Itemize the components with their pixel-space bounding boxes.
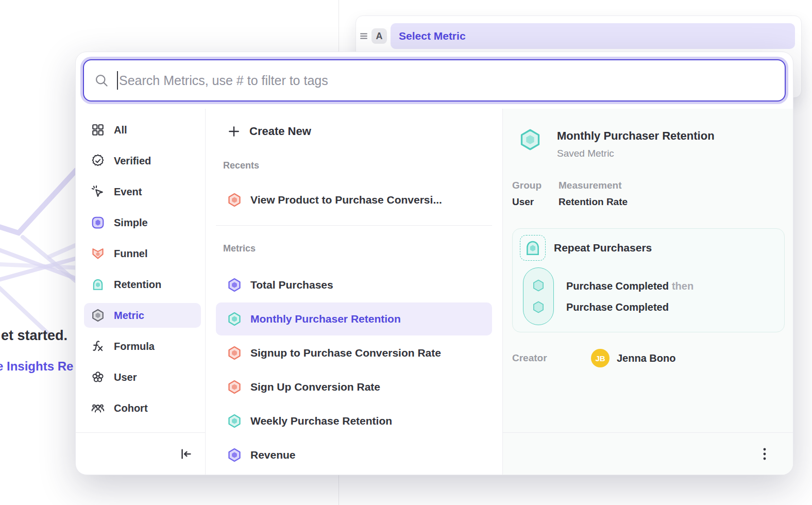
simple-metric-icon (227, 278, 242, 292)
event-hexagon-icon (532, 300, 545, 314)
cursor-sparkle-icon (91, 185, 105, 198)
collapse-left-icon[interactable] (178, 447, 193, 461)
recent-metric-row[interactable]: View Product to Purchase Conversi... (216, 183, 492, 216)
step-2-event: Purchase Completed (566, 301, 669, 313)
sidebar-item-cohort[interactable]: Cohort (84, 396, 201, 420)
sidebar-item-label: Verified (114, 155, 151, 167)
recents-header: Recents (223, 160, 492, 171)
verified-badge-icon (91, 154, 105, 167)
sidebar-footer (76, 432, 205, 475)
sidebar-item-label: Cohort (114, 402, 148, 414)
conversion-metric-icon (227, 380, 242, 394)
sidebar-item-verified[interactable]: Verified (84, 148, 201, 173)
step-1: Purchase Completedthen (566, 279, 693, 293)
cohort-people-icon (91, 401, 105, 415)
metric-row-label: Monthly Purchaser Retention (250, 313, 401, 325)
select-metric-button[interactable]: Select Metric (391, 23, 795, 49)
definition-card: Repeat Purchasers Purchase Completedthen… (512, 228, 785, 332)
metric-row-label: Total Purchases (250, 279, 333, 291)
definition-header: Repeat Purchasers (520, 235, 777, 261)
retention-metric-icon (227, 414, 242, 428)
group-value: User (512, 196, 559, 208)
metric-row-total-purchases[interactable]: Total Purchases (216, 268, 492, 301)
query-row-label: A (371, 28, 387, 44)
create-new-button[interactable]: Create New (216, 120, 492, 143)
detail-stats: Group User Measurement Retention Rate (512, 180, 785, 208)
creator-row: Creator JB Jenna Bono (512, 349, 785, 367)
detail-header: Monthly Purchaser Retention Saved Metric (512, 128, 785, 159)
creator-label: Creator (512, 352, 591, 364)
sidebar-item-user[interactable]: User (84, 365, 201, 390)
sidebar-item-label: Event (114, 186, 142, 198)
retention-metric-icon (519, 128, 542, 151)
sidebar-item-label: Retention (114, 279, 161, 291)
sidebar-item-label: Funnel (114, 248, 148, 260)
grid-icon (91, 123, 105, 137)
sidebar-item-label: All (114, 124, 127, 136)
metric-row-label: View Product to Purchase Conversi... (250, 194, 442, 206)
sidebar-item-event[interactable]: Event (84, 179, 201, 204)
sidebar-item-funnel[interactable]: Funnel (84, 241, 201, 266)
metrics-list: Total Purchases Monthly Purchaser Retent… (206, 268, 502, 472)
sequence-capsule (523, 267, 554, 325)
metric-row-weekly-purchase-retention[interactable]: Weekly Purchase Retention (216, 405, 492, 437)
detail-footer (503, 432, 793, 475)
step-connector: then (672, 280, 693, 292)
search-bar[interactable] (83, 59, 786, 102)
drag-handle-icon[interactable] (360, 32, 368, 40)
simple-metric-icon (91, 216, 105, 229)
plus-icon (227, 125, 241, 138)
sidebar-item-retention[interactable]: Retention (84, 272, 201, 297)
partial-heading: et started. (1, 328, 67, 344)
sidebar-item-metric[interactable]: Metric (84, 303, 201, 328)
search-input[interactable] (119, 73, 774, 88)
creator-avatar: JB (591, 349, 610, 367)
search-icon (94, 73, 109, 88)
measurement-stat: Measurement Retention Rate (559, 180, 628, 208)
retention-behavior-icon (524, 239, 542, 257)
text-cursor (117, 71, 118, 90)
metric-detail-panel: Monthly Purchaser Retention Saved Metric… (503, 109, 793, 475)
create-new-label: Create New (249, 125, 311, 138)
measurement-value: Retention Rate (559, 196, 628, 208)
definition-steps: Purchase Completedthen Purchase Complete… (523, 267, 777, 325)
filter-sidebar: All Verified Event (76, 109, 206, 475)
retention-metric-icon (91, 278, 105, 291)
sidebar-item-label: Formula (114, 341, 155, 352)
metric-row-label: Weekly Purchase Retention (250, 415, 392, 427)
creator-name: Jenna Bono (617, 352, 675, 364)
metric-picker-modal: All Verified Event (75, 52, 793, 475)
detail-title: Monthly Purchaser Retention (557, 128, 715, 143)
sidebar-item-label: Metric (114, 310, 144, 322)
metric-row-label: Signup to Purchase Conversion Rate (250, 347, 441, 359)
sidebar-item-label: User (114, 372, 137, 383)
definition-name: Repeat Purchasers (554, 242, 652, 254)
group-stat: Group User (512, 180, 559, 208)
detail-type: Saved Metric (557, 148, 715, 159)
metric-row-label: Revenue (250, 449, 296, 461)
metric-row-label: Sign Up Conversion Rate (250, 381, 380, 393)
section-divider (216, 225, 492, 226)
select-metric-label: Select Metric (399, 30, 466, 42)
step-2: Purchase Completed (566, 300, 693, 314)
metric-list-panel: Create New Recents View Product to Purch… (206, 109, 503, 475)
step-1-event: Purchase Completed (566, 280, 669, 292)
simple-metric-icon (227, 448, 242, 462)
conversion-metric-icon (227, 193, 242, 207)
funnel-metric-icon (91, 247, 105, 260)
conversion-metric-icon (227, 346, 242, 360)
sidebar-item-formula[interactable]: Formula (84, 334, 201, 359)
metric-row-signup-to-purchase[interactable]: Signup to Purchase Conversion Rate (216, 336, 492, 369)
partial-insights-link[interactable]: e Insights Re (0, 359, 73, 374)
user-flower-icon (91, 371, 105, 384)
group-label: Group (512, 180, 559, 191)
metric-hexagon-icon (91, 309, 105, 322)
metric-row-revenue[interactable]: Revenue (216, 439, 492, 472)
sidebar-item-label: Simple (114, 217, 148, 229)
sidebar-item-all[interactable]: All (84, 117, 201, 142)
metric-row-monthly-purchaser-retention[interactable]: Monthly Purchaser Retention (216, 302, 492, 335)
sidebar-item-simple[interactable]: Simple (84, 210, 201, 235)
event-hexagon-icon (532, 279, 545, 292)
metric-row-signup-conversion[interactable]: Sign Up Conversion Rate (216, 371, 492, 403)
kebab-menu-icon[interactable] (759, 447, 770, 461)
